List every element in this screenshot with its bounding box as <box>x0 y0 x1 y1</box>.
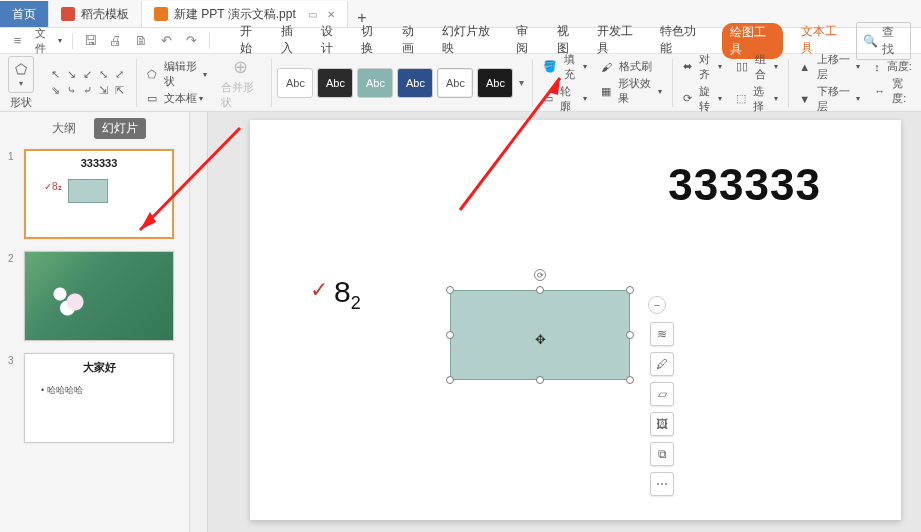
float-layers-button[interactable]: ≋ <box>650 322 674 346</box>
resize-handle-tl[interactable] <box>446 286 454 294</box>
ppt-icon <box>154 7 168 21</box>
line-icon[interactable]: ⇘ <box>48 84 62 98</box>
fill-outline-group: 🪣 填充▾ ▭ 轮廓▾ <box>539 56 591 110</box>
shape-style-gallery: Abc Abc Abc Abc Abc Abc ▾ <box>277 68 526 98</box>
float-shape-button[interactable]: ▱ <box>650 382 674 406</box>
line-icon[interactable]: ↙ <box>80 68 94 82</box>
thumb-row: 1 333333 ✓8₂ <box>8 149 181 239</box>
collapse-float-button[interactable]: − <box>648 296 666 314</box>
rotate-button[interactable]: ⟳ 旋转▾ <box>683 84 723 114</box>
thumb-row: 2 <box>8 251 181 341</box>
search-box[interactable]: 🔍 查找 <box>856 22 911 60</box>
edit-shape-button[interactable]: ⬠ 编辑形状▾ <box>147 59 207 89</box>
menu-slideshow[interactable]: 幻灯片放映 <box>442 23 498 59</box>
file-menu[interactable]: 文件▾ <box>35 26 62 56</box>
menu-design[interactable]: 设计 <box>321 23 343 59</box>
line-icon[interactable]: ⇲ <box>96 84 110 98</box>
resize-handle-tm[interactable] <box>536 286 544 294</box>
slide-thumb-2[interactable] <box>24 251 174 341</box>
pane-tabs: 大纲 幻灯片 <box>0 112 189 145</box>
menu-transition[interactable]: 切换 <box>361 23 383 59</box>
resize-handle-bm[interactable] <box>536 376 544 384</box>
align-button[interactable]: ⬌ 对齐▾ <box>683 52 723 82</box>
style-swatch-6[interactable]: Abc <box>477 68 513 98</box>
resize-handle-tr[interactable] <box>626 286 634 294</box>
edit-shape-group: ⬠ 编辑形状▾ ▭ 文本框▾ <box>143 56 211 110</box>
separator <box>788 59 789 107</box>
docx-icon <box>61 7 75 21</box>
slide-thumb-3[interactable]: 大家好 • 哈哈哈哈 <box>24 353 174 443</box>
menu-devtools[interactable]: 开发工具 <box>597 23 642 59</box>
separator <box>209 33 210 49</box>
shape-dropdown[interactable]: ⬠ ▾ <box>8 56 34 93</box>
merge-icon[interactable]: ⊕ <box>233 56 248 78</box>
width-field[interactable]: ↔ 宽度: <box>874 76 913 106</box>
menu-review[interactable]: 审阅 <box>516 23 538 59</box>
redo-icon[interactable]: ↷ <box>184 33 199 49</box>
line-icon[interactable]: ↖ <box>48 68 62 82</box>
outline-button[interactable]: ▭ 轮廓▾ <box>543 84 587 114</box>
float-pen-button[interactable]: 🖊 <box>650 352 674 376</box>
restore-icon[interactable]: ▭ <box>308 9 317 20</box>
pane-tab-outline[interactable]: 大纲 <box>44 118 84 139</box>
bring-forward-button[interactable]: ▲ 上移一层▾ <box>799 52 860 82</box>
print-icon[interactable]: 🖨 <box>108 33 123 49</box>
separator <box>532 59 533 107</box>
menu-insert[interactable]: 插入 <box>281 23 303 59</box>
search-icon: 🔍 <box>863 34 878 48</box>
menu-icon[interactable]: ≡ <box>10 33 25 49</box>
canvas-area: 333333 ✓ 82 ⟳ ✥ − ≋ 🖊 ▱ <box>190 112 921 532</box>
style-swatch-3[interactable]: Abc <box>357 68 393 98</box>
menu-start[interactable]: 开始 <box>240 23 262 59</box>
shape-effect-button[interactable]: ▦ 形状效果▾ <box>601 76 661 106</box>
textbox-button[interactable]: ▭ 文本框▾ <box>147 91 203 106</box>
floating-toolbar: ≋ 🖊 ▱ 🖼 ⧉ ⋯ <box>650 322 674 496</box>
line-icon[interactable]: ⤢ <box>112 68 126 82</box>
float-more-button[interactable]: ⋯ <box>650 472 674 496</box>
gallery-more-button[interactable]: ▾ <box>517 77 526 88</box>
send-backward-button[interactable]: ▼ 下移一层▾ <box>799 84 860 114</box>
tab-docx-template[interactable]: 稻壳模板 <box>49 1 142 27</box>
group-button[interactable]: ▯▯ 组合▾ <box>736 52 778 82</box>
slide-thumb-1[interactable]: 333333 ✓8₂ <box>24 149 174 239</box>
resize-handle-mr[interactable] <box>626 331 634 339</box>
undo-icon[interactable]: ↶ <box>159 33 174 49</box>
line-icon[interactable]: ⤷ <box>64 84 78 98</box>
line-icon[interactable]: ⤶ <box>80 84 94 98</box>
resize-handle-br[interactable] <box>626 376 634 384</box>
format-brush-button[interactable]: 🖌 格式刷 <box>601 59 652 74</box>
bullet-item[interactable]: ✓ 82 <box>310 275 361 314</box>
close-icon[interactable]: ✕ <box>327 9 335 20</box>
resize-handle-ml[interactable] <box>446 331 454 339</box>
style-swatch-2[interactable]: Abc <box>317 68 353 98</box>
tab-label: 稻壳模板 <box>81 6 129 23</box>
style-swatch-1[interactable]: Abc <box>277 68 313 98</box>
line-icon[interactable]: ↘ <box>64 68 78 82</box>
rotate-icon: ⟳ <box>683 92 692 105</box>
style-swatch-5[interactable]: Abc <box>437 68 473 98</box>
tab-home[interactable]: 首页 <box>0 1 49 27</box>
pane-tab-slides[interactable]: 幻灯片 <box>94 118 146 139</box>
thumb-title: 大家好 <box>25 360 173 375</box>
resize-handle-bl[interactable] <box>446 376 454 384</box>
select-button[interactable]: ⬚ 选择▾ <box>736 84 778 114</box>
separator <box>271 59 272 107</box>
fill-button[interactable]: 🪣 填充▾ <box>543 52 587 82</box>
save-icon[interactable]: 🖫 <box>83 33 98 49</box>
float-crop-button[interactable]: ⧉ <box>650 442 674 466</box>
thumb-check-icon: ✓8₂ <box>44 181 62 192</box>
preview-icon[interactable]: 🗎 <box>134 33 149 49</box>
line-icon[interactable]: ⤡ <box>96 68 110 82</box>
line-style-grid[interactable]: ↖↘↙⤡⤢ ⇘⤷⤶⇲⇱ <box>48 68 126 98</box>
height-field[interactable]: ↕ 高度: <box>874 59 912 74</box>
thumbnail-list: 1 333333 ✓8₂ 2 3 大家好 • 哈哈哈哈 <box>0 145 189 532</box>
polygon-icon: ⬠ <box>147 68 157 81</box>
style-swatch-4[interactable]: Abc <box>397 68 433 98</box>
workspace: 大纲 幻灯片 1 333333 ✓8₂ 2 3 大家好 • 哈哈哈哈 <box>0 112 921 532</box>
slide-title-text[interactable]: 333333 <box>668 160 821 210</box>
rotate-handle[interactable]: ⟳ <box>534 269 546 281</box>
float-image-button[interactable]: 🖼 <box>650 412 674 436</box>
line-icon[interactable]: ⇱ <box>112 84 126 98</box>
menu-animation[interactable]: 动画 <box>402 23 424 59</box>
slide-canvas[interactable]: 333333 ✓ 82 ⟳ ✥ − ≋ 🖊 ▱ <box>250 120 901 520</box>
